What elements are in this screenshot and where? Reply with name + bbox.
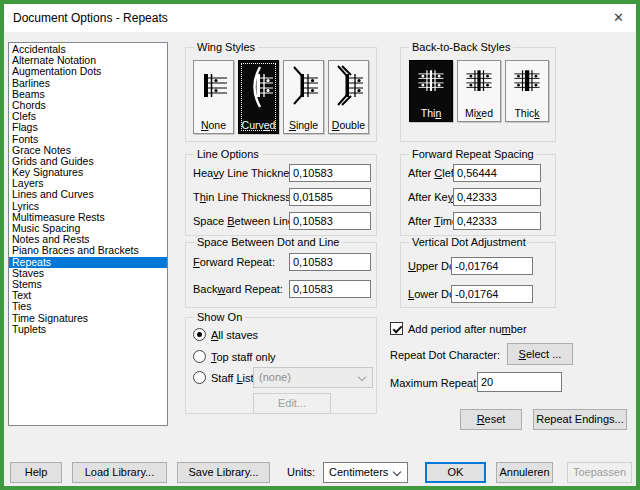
list-item[interactable]: Chords xyxy=(9,100,167,111)
list-item[interactable]: Stems xyxy=(9,279,167,290)
show-on-group: Show On All staves Top staff only Staff … xyxy=(185,317,377,414)
space-between-lines-label: Space Between Lines: xyxy=(193,215,302,227)
reset-button[interactable]: Reset xyxy=(460,409,522,430)
wing-styles-group: Wing Styles None xyxy=(185,47,377,142)
heavy-line-thickness-label: Heavy Line Thickness: xyxy=(193,167,303,179)
list-item[interactable]: Text xyxy=(9,290,167,301)
list-item[interactable]: Layers xyxy=(9,178,167,189)
list-item[interactable]: Beams xyxy=(9,89,167,100)
list-item[interactable]: Staves xyxy=(9,268,167,279)
back-thin-label: Thin xyxy=(410,107,452,119)
list-item[interactable]: Repeats xyxy=(9,257,167,268)
after-clef-label: After Clef: xyxy=(408,167,457,179)
maximum-repeat-passes-input[interactable] xyxy=(477,372,562,392)
chevron-down-icon xyxy=(393,468,401,476)
units-dropdown[interactable]: Centimeters xyxy=(323,462,408,483)
back-mixed-label: Mixed xyxy=(458,107,500,119)
edit-button: Edit... xyxy=(253,393,331,414)
after-key-label: After Key: xyxy=(408,191,456,203)
staff-list-dropdown: (none) xyxy=(253,367,373,388)
list-item[interactable]: Time Signatures xyxy=(9,313,167,324)
units-label: Units: xyxy=(287,466,315,478)
wing-double-button[interactable]: Double xyxy=(328,60,369,134)
cancel-button[interactable]: Annuleren xyxy=(496,462,553,483)
list-item[interactable]: Ties xyxy=(9,301,167,312)
wing-curved-button[interactable]: Curved xyxy=(238,60,279,134)
after-key-input[interactable] xyxy=(453,188,541,206)
group-label: Space Between Dot and Line xyxy=(194,236,343,248)
wing-none-button[interactable]: None xyxy=(193,60,234,134)
forward-repeat-label: Forward Repeat: xyxy=(193,256,275,268)
window-title: Document Options - Repeats xyxy=(13,11,168,25)
radio-all-staves-label: All staves xyxy=(211,329,258,341)
thin-line-thickness-input[interactable] xyxy=(289,188,371,206)
list-item[interactable]: Clefs xyxy=(9,111,167,122)
list-item[interactable]: Flags xyxy=(9,122,167,133)
list-item[interactable]: Lines and Curves xyxy=(9,189,167,200)
list-item[interactable]: Key Signatures xyxy=(9,167,167,178)
wing-curved-label: Curved xyxy=(239,119,278,131)
category-list[interactable]: AccidentalsAlternate NotationAugmentatio… xyxy=(8,42,168,426)
select-button[interactable]: Select ... xyxy=(507,343,573,365)
wing-single-button[interactable]: Single xyxy=(283,60,324,134)
radio-top-staff-only-label: Top staff only xyxy=(211,351,276,363)
lower-dot-input[interactable] xyxy=(451,285,533,303)
list-item[interactable]: Multimeasure Rests xyxy=(9,212,167,223)
upper-dot-input[interactable] xyxy=(451,257,533,275)
list-item[interactable]: Notes and Rests xyxy=(9,234,167,245)
radio-top-staff-only[interactable]: Top staff only xyxy=(193,350,276,363)
list-item[interactable]: Augmentation Dots xyxy=(9,66,167,77)
backward-repeat-input[interactable] xyxy=(289,280,371,298)
after-time-input[interactable] xyxy=(453,212,541,230)
back-thick-icon xyxy=(510,64,544,100)
group-label: Vertical Dot Adjustment xyxy=(409,236,529,248)
dialog-body: AccidentalsAlternate NotationAugmentatio… xyxy=(4,32,636,486)
radio-all-staves[interactable]: All staves xyxy=(193,328,258,341)
list-item[interactable]: Accidentals xyxy=(9,44,167,55)
group-label: Back-to-Back Styles xyxy=(409,41,513,53)
wing-single-icon xyxy=(287,64,321,110)
list-item[interactable]: Tuplets xyxy=(9,324,167,335)
list-item[interactable]: Alternate Notation xyxy=(9,55,167,66)
back-mixed-icon xyxy=(462,64,496,100)
after-clef-input[interactable] xyxy=(453,164,541,182)
close-icon[interactable]: ✕ xyxy=(613,10,624,25)
wing-single-label: Single xyxy=(284,119,323,131)
list-item[interactable]: Grids and Guides xyxy=(9,156,167,167)
radio-icon xyxy=(193,371,206,384)
wing-none-icon xyxy=(197,64,231,110)
ok-button[interactable]: OK xyxy=(425,462,486,483)
radio-icon xyxy=(193,350,206,363)
list-item[interactable]: Piano Braces and Brackets xyxy=(9,245,167,256)
group-label: Show On xyxy=(194,311,245,323)
group-label: Line Options xyxy=(194,148,262,160)
back-to-back-styles-group: Back-to-Back Styles Thin xyxy=(400,47,556,142)
add-period-checkbox[interactable]: Add period after number xyxy=(390,322,527,335)
repeat-endings-button[interactable]: Repeat Endings... xyxy=(533,409,627,430)
radio-staff-list-label: Staff List: xyxy=(211,372,257,384)
help-button[interactable]: Help xyxy=(10,462,62,483)
list-item[interactable]: Lyrics xyxy=(9,201,167,212)
list-item[interactable]: Music Spacing xyxy=(9,223,167,234)
back-thick-button[interactable]: Thick xyxy=(505,60,549,122)
radio-staff-list[interactable]: Staff List: xyxy=(193,371,257,384)
list-item[interactable]: Fonts xyxy=(9,134,167,145)
back-thin-button[interactable]: Thin xyxy=(409,60,453,122)
document-options-dialog: Document Options - Repeats ✕ Accidentals… xyxy=(0,0,640,490)
back-mixed-button[interactable]: Mixed xyxy=(457,60,501,122)
list-item[interactable]: Barlines xyxy=(9,78,167,89)
list-item[interactable]: Grace Notes xyxy=(9,145,167,156)
save-library-button[interactable]: Save Library... xyxy=(177,462,270,483)
repeat-dot-character-label: Repeat Dot Character: xyxy=(390,349,500,361)
wing-double-icon xyxy=(332,64,366,110)
forward-repeat-input[interactable] xyxy=(289,253,371,271)
apply-button: Toepassen xyxy=(567,462,632,483)
group-label: Wing Styles xyxy=(194,41,258,53)
back-thick-label: Thick xyxy=(506,107,548,119)
wing-double-label: Double xyxy=(329,119,368,131)
load-library-button[interactable]: Load Library... xyxy=(72,462,167,483)
chevron-down-icon xyxy=(358,373,366,381)
heavy-line-thickness-input[interactable] xyxy=(289,164,371,182)
space-between-lines-input[interactable] xyxy=(289,212,371,230)
back-thin-icon xyxy=(414,64,448,100)
